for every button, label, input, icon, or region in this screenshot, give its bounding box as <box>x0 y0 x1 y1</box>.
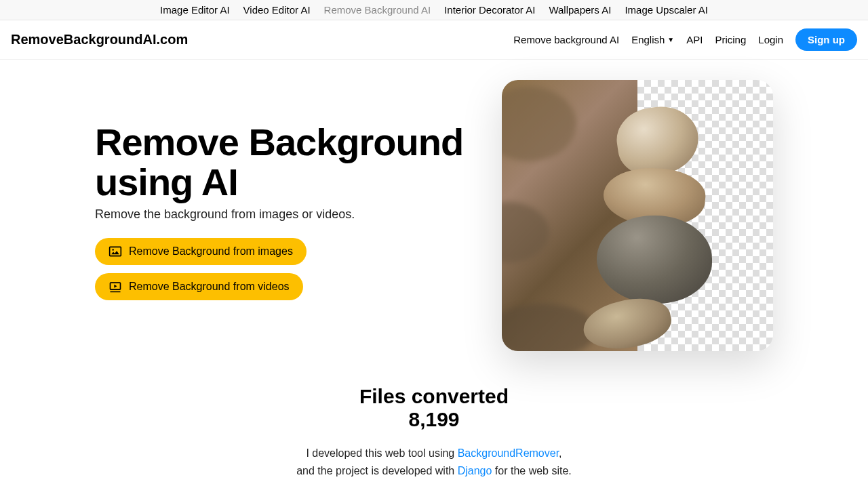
credits-text: I developed this web tool using Backgrou… <box>0 445 868 479</box>
stats-label: Files converted <box>0 385 868 408</box>
language-dropdown[interactable]: English ▼ <box>631 34 674 45</box>
topnav-video-editor[interactable]: Video Editor AI <box>243 4 311 16</box>
hero-title-line2: using AI <box>95 161 238 203</box>
topnav-wallpapers[interactable]: Wallpapers AI <box>549 4 611 16</box>
cta-videos-label: Remove Background from videos <box>129 281 290 293</box>
signup-button[interactable]: Sign up <box>795 28 857 51</box>
language-label: English <box>631 34 665 45</box>
nav-remove-bg[interactable]: Remove background AI <box>513 34 619 45</box>
hero-title-line1: Remove Background <box>95 121 463 163</box>
stats-value: 8,199 <box>0 408 868 431</box>
topnav-image-editor[interactable]: Image Editor AI <box>160 4 230 16</box>
topnav-remove-background[interactable]: Remove Background AI <box>324 4 431 16</box>
chevron-down-icon: ▼ <box>667 36 674 43</box>
nav-pricing[interactable]: Pricing <box>715 34 746 45</box>
product-nav: Image Editor AI Video Editor AI Remove B… <box>0 0 868 20</box>
nav-api[interactable]: API <box>686 34 703 45</box>
cta-images-label: Remove Background from images <box>129 245 293 258</box>
hero-demo-image <box>502 80 773 351</box>
topnav-image-upscaler[interactable]: Image Upscaler AI <box>625 4 708 16</box>
stats-section: Files converted 8,199 I developed this w… <box>0 385 868 488</box>
link-backgroundremover[interactable]: BackgroundRemover <box>458 447 559 459</box>
nav-login[interactable]: Login <box>758 34 783 45</box>
brand-logo[interactable]: RemoveBackgroundAI.com <box>11 32 188 47</box>
link-django[interactable]: Django <box>458 465 492 476</box>
hero-title: Remove Background using AI <box>95 123 475 203</box>
topnav-interior-decorator[interactable]: Interior Decorator AI <box>444 4 535 16</box>
hero-subtitle: Remove the background from images or vid… <box>95 207 475 222</box>
main-nav: RemoveBackgroundAI.com Remove background… <box>0 20 868 60</box>
remove-bg-images-button[interactable]: Remove Background from images <box>95 238 307 265</box>
hero-section: Remove Background using AI Remove the ba… <box>0 60 868 365</box>
demo-subject-rocks <box>583 107 773 351</box>
video-icon <box>108 280 122 293</box>
remove-bg-videos-button[interactable]: Remove Background from videos <box>95 273 303 300</box>
image-icon <box>108 245 122 258</box>
